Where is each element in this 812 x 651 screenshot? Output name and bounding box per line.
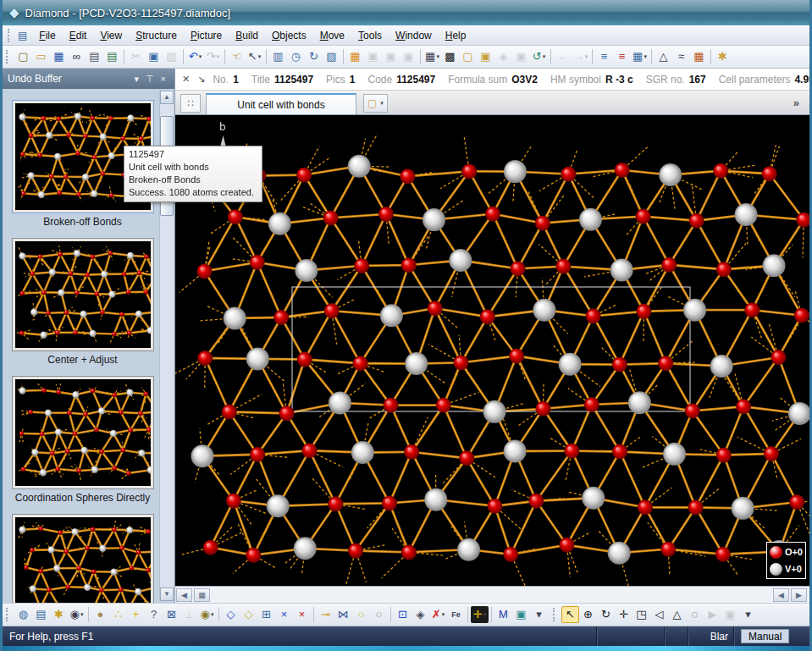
picture-settings-button[interactable]: ▣ <box>512 606 530 623</box>
toolbar-grip[interactable] <box>6 608 10 621</box>
undo-thumbnail[interactable] <box>12 514 154 603</box>
scroll-down-icon[interactable]: ▼ <box>160 588 174 601</box>
history-pane-button[interactable]: ◷ <box>287 48 305 65</box>
destroy-red-button[interactable]: × <box>293 606 311 623</box>
ring-gray-button[interactable]: ○ <box>370 606 388 623</box>
add-all-atoms-button[interactable]: ∴ <box>109 606 127 623</box>
build-wizard-button[interactable]: ✱ <box>50 606 68 623</box>
measure-button[interactable]: M <box>494 606 512 623</box>
pictures-grid-dropdown-icon[interactable]: ▾ <box>436 53 439 60</box>
page-next-icon[interactable]: ▶ <box>791 588 807 602</box>
select-mode-button[interactable]: ↖ <box>561 606 579 623</box>
pictures-grid-button[interactable]: ▦▾ <box>423 48 441 65</box>
view-text-button[interactable]: ≡ <box>595 48 613 65</box>
copy-picture-button[interactable]: ▣ <box>477 48 494 65</box>
menu-build[interactable]: Build <box>229 27 265 44</box>
view-zoom-dropdown-icon[interactable]: ▾ <box>80 611 84 618</box>
tab-grid-icon[interactable]: ∷ <box>180 94 201 113</box>
menu-window[interactable]: Window <box>389 27 439 44</box>
toolbar-grip[interactable] <box>553 608 557 621</box>
toolbar-overflow-right-button[interactable]: ▾ <box>739 606 757 623</box>
panel-close-icon[interactable]: × <box>157 74 169 84</box>
scroll-up-icon[interactable]: ▲ <box>160 91 174 104</box>
find-binoculars-button[interactable]: ∞ <box>68 48 86 65</box>
view-along-c-button[interactable]: △ <box>668 606 686 623</box>
atom-label-fe-button[interactable]: Fe <box>447 606 465 623</box>
undo-thumbnail[interactable] <box>12 238 154 351</box>
save-button[interactable]: ▦ <box>50 48 68 65</box>
open-folder-button[interactable]: ▭ <box>32 48 50 65</box>
view-table-button[interactable]: ▦▾ <box>631 48 649 65</box>
rotate-z-button[interactable]: ↻ <box>597 606 615 623</box>
move-mode-dropdown-icon[interactable]: ▾ <box>483 611 487 618</box>
picture-history-button[interactable]: ↺▾ <box>530 48 548 65</box>
panel-menu-icon[interactable]: ▾ <box>130 74 142 85</box>
translate-mode-button[interactable]: ✛ <box>615 606 632 623</box>
menubar-grip[interactable] <box>8 29 12 42</box>
delete-bonds-dropdown-icon[interactable]: ▾ <box>442 611 445 618</box>
chart-table-button[interactable]: ▦ <box>690 48 708 65</box>
new-document-button[interactable]: ▢ <box>14 48 32 65</box>
delete-bonds-button[interactable]: ✗▾ <box>429 606 447 623</box>
scroll-left-icon[interactable]: ◀ <box>176 588 192 602</box>
new-picture-dropdown-icon[interactable]: ▾ <box>380 100 384 107</box>
copy-button[interactable]: ▣ <box>145 48 163 65</box>
print-button[interactable]: ▤ <box>103 48 121 65</box>
undo-thumbnail[interactable] <box>12 376 154 489</box>
build-rings-button[interactable]: ⊞ <box>257 606 275 623</box>
data-sheet-button[interactable]: ▦ <box>346 48 364 65</box>
rotate-free-button[interactable]: ⊕ <box>579 606 597 623</box>
fill-sphere-button[interactable]: ◉▾ <box>198 606 216 623</box>
hexagon-yellow-button[interactable]: ◇ <box>240 606 257 623</box>
navigation-pane-button[interactable]: ▥ <box>269 48 287 65</box>
redo-dropdown-icon[interactable]: ▾ <box>217 53 220 60</box>
menu-help[interactable]: Help <box>439 27 473 44</box>
menu-file[interactable]: File <box>32 27 62 44</box>
tab-overflow-icon[interactable]: » <box>793 97 799 109</box>
undo-list-item[interactable] <box>9 514 156 603</box>
panel-pin-icon[interactable]: ⊤ <box>142 74 157 85</box>
menu-structure[interactable]: Structure <box>129 27 184 44</box>
unknown-atom-button[interactable]: ? <box>145 606 163 623</box>
record-close-icon[interactable]: ✕ <box>182 74 190 85</box>
add-atom-button[interactable]: + <box>127 606 145 623</box>
ring-yellow-button[interactable]: ○ <box>352 606 370 623</box>
select-pointer-dropdown-icon[interactable]: ▾ <box>258 53 262 60</box>
view-along-axis-button[interactable]: ◁ <box>650 606 668 623</box>
view-details-button[interactable]: ≡ <box>613 48 631 65</box>
toolbar-overflow-left-button[interactable]: ▾ <box>530 606 548 623</box>
select-pointer-button[interactable]: ↖▾ <box>246 48 263 65</box>
record-jump-icon[interactable]: ↘ <box>197 74 205 85</box>
picture-current-button[interactable]: ▩ <box>441 48 459 65</box>
new-picture-tab-button[interactable]: ▢ ▾ <box>363 94 388 113</box>
undo-dropdown-icon[interactable]: ▾ <box>199 53 202 60</box>
menu-edit[interactable]: Edit <box>63 27 94 44</box>
menu-picture[interactable]: Picture <box>184 27 229 44</box>
create-bond-button[interactable]: ⊸ <box>317 606 334 623</box>
chart-powder-pattern-button[interactable]: ≈ <box>672 48 690 65</box>
build-polyhedra-button[interactable]: ⊠ <box>163 606 180 623</box>
picture-note-button[interactable]: ▤ <box>32 606 50 623</box>
undo-list-item[interactable]: Coordination Spheres Directly <box>9 376 156 505</box>
destroy-blue-button[interactable]: × <box>275 606 293 623</box>
move-mode-button[interactable]: ✛▾ <box>471 606 489 623</box>
chart-distances-button[interactable]: △ <box>655 48 672 65</box>
hexagon-blue-button[interactable]: ◇ <box>222 606 240 623</box>
menu-objects[interactable]: Objects <box>265 27 313 44</box>
menu-view[interactable]: View <box>93 27 129 44</box>
picture-pane-button[interactable]: ▧ <box>323 48 340 65</box>
spin-mode-button[interactable]: ◌ <box>686 606 704 623</box>
undo-list-item[interactable]: Center + Adjust <box>9 238 156 367</box>
orientation-button[interactable]: ◈ <box>412 606 429 623</box>
view-zoom-button[interactable]: ◉▾ <box>68 606 86 623</box>
forward-dropdown-icon[interactable]: ▾ <box>585 53 588 60</box>
new-picture-button[interactable]: ▢ <box>459 48 477 65</box>
bond-lattice-button[interactable]: ⋈ <box>334 606 352 623</box>
grid-toggle-icon[interactable]: ▦ <box>194 588 210 602</box>
menu-tools[interactable]: Tools <box>351 27 389 44</box>
zoom-mode-button[interactable]: ◳ <box>632 606 650 623</box>
rotate-pane-button[interactable]: ↻ <box>305 48 323 65</box>
view-table-dropdown-icon[interactable]: ▾ <box>644 53 647 60</box>
fill-sphere-dropdown-icon[interactable]: ▾ <box>211 611 214 618</box>
print-preview-button[interactable]: ▤ <box>86 48 103 65</box>
